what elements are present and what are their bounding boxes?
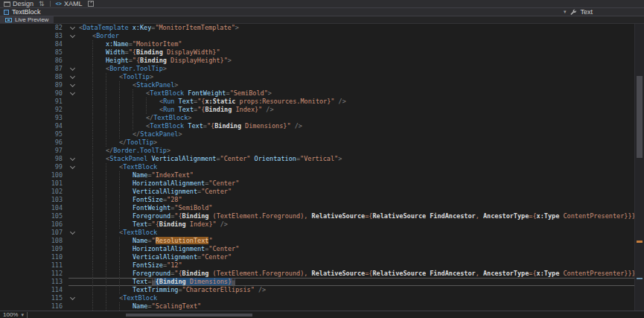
- code-line[interactable]: 116Name="ScalingText": [0, 302, 634, 311]
- code-line[interactable]: 99<TextBlock: [0, 163, 634, 171]
- code-line[interactable]: 101HorizontalAlignment="Center": [0, 179, 634, 188]
- code-token: ToolTip: [123, 73, 150, 80]
- code-line[interactable]: 115<TextBlock: [0, 294, 634, 302]
- code-token: FontWeight: [133, 204, 170, 212]
- design-tab[interactable]: Design: [4, 0, 34, 7]
- fold-gutter[interactable]: [68, 229, 79, 237]
- code-line[interactable]: 96</ToolTip>: [0, 139, 634, 147]
- code-token: StackPanel: [109, 155, 151, 162]
- zoom-level[interactable]: 100%: [3, 311, 18, 318]
- code-line[interactable]: 100Name="IndexText": [0, 171, 634, 179]
- chevron-down-icon[interactable]: ▾: [564, 9, 567, 15]
- code-line[interactable]: 111FontSize="12": [0, 261, 634, 270]
- code-token: ={: [365, 270, 372, 277]
- code-line[interactable]: 114TextTrimming="CharacterEllipsis" />: [0, 286, 634, 294]
- code-line[interactable]: 95</StackPanel>: [0, 130, 634, 139]
- chevron-down-icon[interactable]: [70, 295, 75, 300]
- code-line[interactable]: 93</TextBlock>: [0, 114, 634, 122]
- chevron-down-icon[interactable]: [70, 66, 75, 71]
- code-line[interactable]: 104FontWeight="SemiBold": [0, 204, 634, 212]
- fold-gutter: [68, 302, 79, 311]
- fold-gutter: [68, 147, 79, 155]
- code-line[interactable]: 85Width="{Binding DisplayWidth}": [0, 48, 634, 57]
- code-line[interactable]: 112Foreground="{Binding (TextElement.For…: [0, 270, 634, 278]
- code-line[interactable]: 108Name="ResolutionText": [0, 237, 634, 245]
- code-line[interactable]: 89<StackPanel>: [0, 81, 634, 89]
- code-line[interactable]: 102VerticalAlignment="Center": [0, 188, 634, 196]
- code-token: Binding: [205, 106, 232, 113]
- code-token: Text: [133, 278, 147, 285]
- divider: [50, 1, 51, 7]
- code-token: RelativeSource: [312, 212, 366, 220]
- horizontal-scrollbar-thumb[interactable]: [126, 314, 252, 317]
- code-token: "{: [129, 48, 136, 56]
- live-preview-label: Live Preview: [15, 16, 48, 23]
- line-number: 98: [0, 155, 68, 163]
- fold-gutter[interactable]: [68, 81, 79, 89]
- line-number: 84: [0, 40, 68, 48]
- fold-gutter[interactable]: [68, 24, 79, 32]
- chevron-down-icon[interactable]: [70, 25, 75, 30]
- vertical-scrollbar[interactable]: [634, 24, 644, 311]
- chevron-down-icon[interactable]: [70, 74, 75, 79]
- code-token: "{: [174, 212, 182, 220]
- code-line[interactable]: 106Text="{Binding Index}" />: [0, 220, 634, 229]
- zoom-chevron-icon[interactable]: ▾: [21, 312, 24, 318]
- chevron-down-icon[interactable]: [70, 164, 75, 169]
- code-token: >: [153, 139, 157, 146]
- fold-gutter[interactable]: [68, 163, 79, 171]
- live-preview-toggle[interactable]: Live Preview: [0, 16, 54, 23]
- fold-gutter: [68, 237, 79, 245]
- chevron-down-icon[interactable]: [70, 90, 75, 95]
- code-line[interactable]: 86Height="{Binding DisplayHeight}">: [0, 57, 634, 65]
- code-token: "Center": [220, 155, 255, 162]
- code-line[interactable]: 82<DataTemplate x:Key="MonitorItemTempla…: [0, 24, 634, 32]
- breadcrumb-property-group[interactable]: ▾ Text: [564, 8, 593, 16]
- vertical-scrollbar-thumb[interactable]: [637, 76, 643, 158]
- fold-gutter[interactable]: [68, 73, 79, 81]
- line-number: 94: [0, 122, 68, 130]
- code-line[interactable]: 84x:Name="MonitorItem": [0, 40, 634, 48]
- fold-gutter[interactable]: [68, 32, 79, 40]
- code-line[interactable]: 92<Run Text="{Binding Index}" />: [0, 106, 634, 114]
- code-token: >: [235, 24, 239, 31]
- code-token: VerticalAlignment: [133, 253, 197, 261]
- code-line[interactable]: 83<Border: [0, 32, 634, 40]
- code-line[interactable]: 90<TextBlock FontWeight="SemiBold">: [0, 89, 634, 98]
- chevron-down-icon[interactable]: [70, 156, 75, 161]
- xaml-tab[interactable]: <> XAML: [56, 0, 83, 7]
- code-line[interactable]: 91<Run Text="{x:Static props:Resources.M…: [0, 98, 634, 106]
- code-line[interactable]: 98<StackPanel VerticalAlignment="Center"…: [0, 155, 634, 163]
- line-number: 88: [0, 73, 68, 81]
- chevron-down-icon[interactable]: [70, 229, 75, 235]
- horizontal-scrollbar[interactable]: [36, 313, 641, 317]
- code-line[interactable]: 103FontSize="28": [0, 196, 634, 204]
- code-line[interactable]: 94<TextBlock Text="{Binding Dimensions}"…: [0, 122, 634, 130]
- code-token: "Vertical": [300, 155, 338, 162]
- chevron-down-icon[interactable]: [70, 33, 75, 38]
- line-number: 115: [0, 294, 68, 302]
- code-line[interactable]: 109HorizontalAlignment="Center": [0, 245, 634, 253]
- code-token: >: [188, 114, 191, 121]
- code-line[interactable]: 105Foreground="{Binding (TextElement.For…: [0, 212, 634, 220]
- popout-icon[interactable]: [88, 1, 94, 7]
- code-line[interactable]: 88<ToolTip>: [0, 73, 634, 81]
- code-lines[interactable]: 82<DataTemplate x:Key="MonitorItemTempla…: [0, 24, 634, 311]
- code-token: Foreground: [133, 212, 170, 220]
- fold-gutter[interactable]: [68, 155, 79, 163]
- code-token: TextTrimming: [133, 286, 178, 293]
- code-token: Binding: [159, 220, 186, 228]
- fold-gutter[interactable]: [68, 294, 79, 302]
- xaml-code-editor[interactable]: 82<DataTemplate x:Key="MonitorItemTempla…: [0, 24, 644, 311]
- code-line[interactable]: 87<Border.ToolTip>: [0, 65, 634, 73]
- code-line[interactable]: 113Text="{Binding Dimensions}": [0, 278, 634, 286]
- chevron-down-icon[interactable]: [70, 82, 75, 87]
- code-line[interactable]: 110VerticalAlignment="Center": [0, 253, 634, 261]
- code-line[interactable]: 97</Border.ToolTip>: [0, 147, 634, 155]
- code-line[interactable]: 107<TextBlock: [0, 229, 634, 237]
- fold-gutter[interactable]: [68, 65, 79, 73]
- fold-gutter[interactable]: [68, 89, 79, 98]
- code-token: "{: [152, 220, 159, 228]
- breadcrumb[interactable]: TextBlock: [4, 8, 41, 16]
- swap-panes-icon[interactable]: ⇅: [39, 1, 45, 7]
